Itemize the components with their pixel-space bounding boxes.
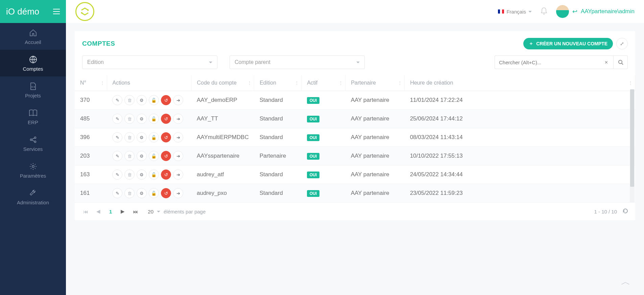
col-code: Code du compte: [197, 80, 237, 86]
clear-search-button[interactable]: ✕: [599, 55, 614, 69]
column-menu-button[interactable]: ⋮: [628, 80, 633, 86]
row-edit-button[interactable]: ✎: [112, 132, 122, 142]
row-unlock-button[interactable]: 🔓: [149, 132, 159, 142]
row-unlock-button[interactable]: 🔓: [149, 169, 159, 180]
table-row: 485 ✎ 🗑 ⚙ 🔓 ↺ ➔ AAY_TT Standard OUI AAY …: [75, 110, 635, 128]
cell-created: 11/01/2024 17:22:24: [405, 91, 635, 110]
home-icon: [29, 28, 38, 37]
sidebar-header: iO démo: [0, 0, 66, 23]
row-delete-button[interactable]: 🗑: [124, 151, 135, 161]
page-prev-button[interactable]: ◀: [94, 207, 102, 215]
row-login-button[interactable]: ➔: [173, 114, 183, 124]
sidebar-item-services[interactable]: Services: [0, 130, 66, 157]
filter-edition-select[interactable]: Edition: [82, 55, 217, 69]
row-settings-button[interactable]: ⚙: [137, 151, 147, 161]
sidebar-item-label: ERP: [28, 119, 38, 125]
active-badge: OUI: [307, 97, 319, 104]
row-delete-button[interactable]: 🗑: [124, 95, 135, 105]
close-icon: ✕: [604, 60, 608, 65]
page-size-select[interactable]: [157, 211, 160, 212]
chevron-down-icon: [356, 62, 360, 63]
cell-partner: AAY partenaire: [345, 184, 405, 203]
row-settings-button[interactable]: ⚙: [137, 169, 147, 180]
row-login-button[interactable]: ➔: [173, 188, 183, 198]
scroll-top-button[interactable]: ︿: [621, 275, 630, 288]
row-unlock-button[interactable]: 🔓: [149, 95, 159, 105]
cell-partner: AAY partenaire: [345, 110, 405, 128]
notifications-button[interactable]: [541, 7, 547, 16]
col-no: N°: [80, 80, 86, 86]
sidebar-item-comptes[interactable]: Comptes: [0, 50, 66, 76]
column-menu-button[interactable]: ⋮: [100, 80, 105, 86]
row-edit-button[interactable]: ✎: [112, 188, 122, 198]
column-menu-button[interactable]: ⋮: [338, 80, 343, 86]
cell-edition: Standard: [254, 128, 302, 147]
row-unlock-button[interactable]: 🔓: [149, 151, 159, 161]
user-menu[interactable]: ↩ AAYpartenaire\admin: [556, 5, 635, 18]
svg-point-1: [30, 139, 32, 141]
page-next-button[interactable]: ▶: [119, 207, 127, 215]
row-login-button[interactable]: ➔: [173, 132, 183, 142]
row-login-button[interactable]: ➔: [173, 169, 183, 180]
sidebar-item-parametres[interactable]: Paramètres: [0, 157, 66, 183]
sidebar-item-accueil[interactable]: Accueil: [0, 23, 66, 50]
create-account-button[interactable]: ＋ CRÉER UN NOUVEAU COMPTE: [523, 38, 613, 49]
row-reset-button[interactable]: ↺: [161, 114, 171, 124]
row-delete-button[interactable]: 🗑: [124, 114, 135, 124]
row-login-button[interactable]: ➔: [173, 95, 183, 105]
expand-button[interactable]: ⤢: [616, 38, 628, 49]
row-delete-button[interactable]: 🗑: [124, 169, 135, 180]
chevron-down-icon: [209, 62, 212, 63]
svg-point-5: [619, 60, 622, 64]
svg-point-3: [34, 141, 36, 143]
col-edition: Edition: [260, 80, 276, 86]
cell-code: audrey_pxo: [191, 184, 254, 203]
row-login-button[interactable]: ➔: [173, 151, 183, 161]
filter-parent-placeholder: Compte parent: [235, 59, 270, 65]
filter-edition-placeholder: Edition: [87, 59, 104, 65]
column-menu-button[interactable]: ⋮: [398, 80, 402, 86]
refresh-button[interactable]: [622, 208, 628, 215]
page-first-button[interactable]: ⏮: [81, 207, 90, 215]
row-settings-button[interactable]: ⚙: [137, 132, 147, 142]
row-settings-button[interactable]: ⚙: [137, 188, 147, 198]
vertical-scrollbar[interactable]: [630, 89, 635, 203]
row-settings-button[interactable]: ⚙: [137, 114, 147, 124]
row-unlock-button[interactable]: 🔓: [149, 114, 159, 124]
row-reset-button[interactable]: ↺: [161, 132, 171, 142]
row-reset-button[interactable]: ↺: [161, 188, 171, 198]
flag-fr-icon: [498, 9, 504, 14]
sidebar-item-administration[interactable]: Administration: [0, 183, 66, 210]
sidebar-item-label: Projets: [25, 93, 41, 98]
row-delete-button[interactable]: 🗑: [124, 188, 135, 198]
accounts-table: N°⋮ Actions Code du compte⋮ Edition⋮ Act…: [75, 75, 635, 203]
row-reset-button[interactable]: ↺: [161, 151, 171, 161]
sidebar-item-erp[interactable]: ERP: [0, 103, 66, 130]
sidebar-item-projets[interactable]: Projets: [0, 76, 66, 103]
cell-created: 23/05/2022 11:59:23: [405, 184, 635, 203]
expand-icon: ⤢: [620, 41, 624, 46]
cell-partner: AAY partenaire: [345, 165, 405, 184]
language-selector[interactable]: Français: [498, 9, 532, 15]
page-last-button[interactable]: ⏭: [132, 207, 140, 215]
column-menu-button[interactable]: ⋮: [247, 80, 252, 86]
column-menu-button[interactable]: ⋮: [294, 80, 299, 86]
row-delete-button[interactable]: 🗑: [124, 132, 135, 142]
row-unlock-button[interactable]: 🔓: [149, 188, 159, 198]
app-logo: [75, 2, 94, 21]
filter-parent-select[interactable]: Compte parent: [230, 55, 365, 69]
row-edit-button[interactable]: ✎: [112, 151, 122, 161]
row-reset-button[interactable]: ↺: [161, 169, 171, 180]
row-edit-button[interactable]: ✎: [112, 169, 122, 180]
menu-toggle-button[interactable]: [53, 9, 60, 14]
search-input[interactable]: [495, 55, 599, 69]
chevron-down-icon: [528, 11, 532, 13]
cell-edition: Standard: [254, 184, 302, 203]
search-button[interactable]: [614, 55, 628, 69]
row-reset-button[interactable]: ↺: [161, 95, 171, 105]
svg-point-4: [32, 165, 34, 167]
cell-code: AAYsspartenaire: [191, 147, 254, 165]
row-edit-button[interactable]: ✎: [112, 114, 122, 124]
row-edit-button[interactable]: ✎: [112, 95, 122, 105]
row-settings-button[interactable]: ⚙: [137, 95, 147, 105]
